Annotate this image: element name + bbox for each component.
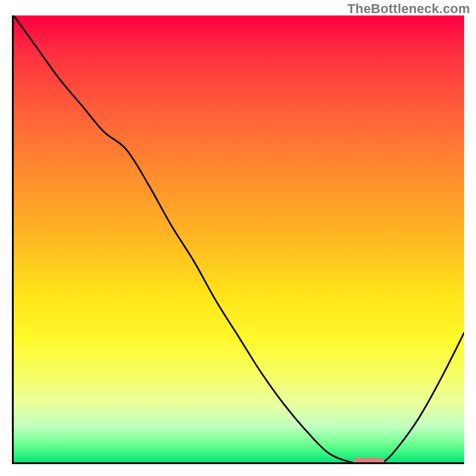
plot-area [12, 15, 464, 464]
optimal-range-marker [353, 458, 384, 464]
bottleneck-curve [14, 15, 464, 462]
watermark-text: TheBottleneck.com [347, 1, 470, 17]
chart-container: TheBottleneck.com [0, 0, 476, 476]
curve-svg [14, 15, 464, 462]
